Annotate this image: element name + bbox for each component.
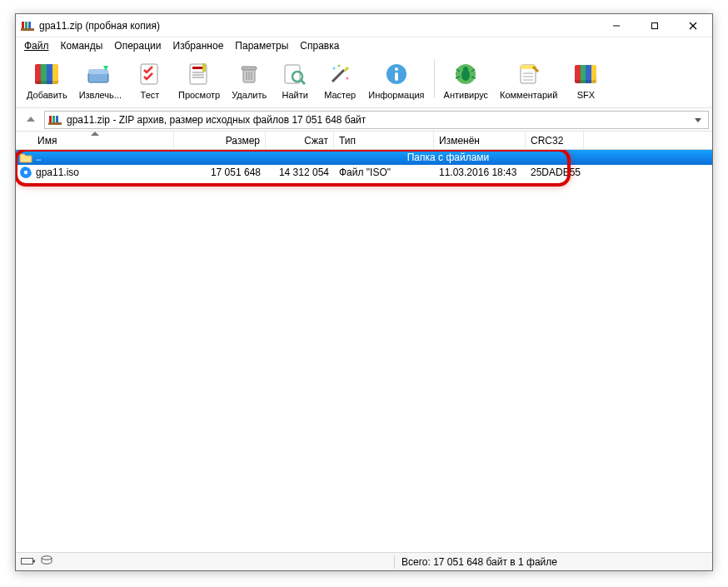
svg-rect-53 xyxy=(33,560,35,562)
disk-icon xyxy=(41,555,52,568)
toolbar: Добавить Извлечь... Тест Просмотр Удалит… xyxy=(16,54,712,108)
svg-rect-16 xyxy=(202,63,206,72)
menu-commands[interactable]: Команды xyxy=(56,38,108,53)
minimize-button[interactable] xyxy=(597,14,636,37)
row-crc: 25DADE55 xyxy=(526,167,584,178)
archive-icon xyxy=(48,113,62,127)
address-bar: gpa11.zip - ZIP архив, размер исходных ф… xyxy=(16,108,712,132)
wizard-button[interactable]: Мастер xyxy=(317,57,362,102)
column-packed[interactable]: Сжат xyxy=(266,132,334,149)
column-modified[interactable]: Изменён xyxy=(434,132,526,149)
trash-icon xyxy=(235,60,263,88)
column-headers: Имя Размер Сжат Тип Изменён CRC32 xyxy=(16,132,712,150)
column-name[interactable]: Имя xyxy=(16,132,174,149)
titlebar: gpa11.zip (пробная копия) xyxy=(16,14,712,37)
window-title: gpa11.zip (пробная копия) xyxy=(39,20,597,32)
file-row[interactable]: gpa11.iso 17 051 648 14 312 054 Файл "IS… xyxy=(16,165,712,180)
column-crc[interactable]: CRC32 xyxy=(526,132,584,149)
folder-up-icon xyxy=(19,151,32,164)
svg-rect-3 xyxy=(21,28,34,31)
svg-point-35 xyxy=(463,67,468,72)
svg-point-51 xyxy=(24,171,27,174)
svg-rect-12 xyxy=(192,67,204,69)
svg-rect-5 xyxy=(652,22,658,28)
address-dropdown-icon[interactable] xyxy=(691,116,705,124)
app-icon xyxy=(21,19,34,32)
svg-rect-10 xyxy=(141,64,157,84)
winrar-window: gpa11.zip (пробная копия) Файл Команды О… xyxy=(15,13,713,571)
row-type: Папка с файлами xyxy=(334,152,562,163)
row-name: gpa11.iso xyxy=(36,167,79,178)
info-icon xyxy=(382,60,411,88)
column-type[interactable]: Тип xyxy=(334,132,434,149)
status-total: Всего: 17 051 648 байт в 1 файле xyxy=(401,556,707,568)
file-list[interactable]: .. Папка с файлами gpa11.iso 17 051 648 … xyxy=(16,150,712,552)
menu-options[interactable]: Параметры xyxy=(230,38,293,53)
status-divider xyxy=(394,555,395,569)
row-type: Файл "ISO" xyxy=(334,167,434,178)
comment-button[interactable]: Комментарий xyxy=(494,57,563,102)
view-icon xyxy=(185,60,213,88)
extract-button[interactable]: Извлечь... xyxy=(73,57,127,102)
svg-point-29 xyxy=(338,65,341,67)
sfx-icon xyxy=(571,60,600,88)
up-button[interactable] xyxy=(19,110,42,130)
view-button[interactable]: Просмотр xyxy=(172,57,226,102)
menubar: Файл Команды Операции Избранное Параметр… xyxy=(16,37,712,54)
parent-folder-row[interactable]: .. Папка с файлами xyxy=(16,150,712,165)
find-button[interactable]: Найти xyxy=(272,57,317,102)
row-name: .. xyxy=(36,152,42,163)
search-icon xyxy=(281,60,309,88)
notepad-icon xyxy=(515,60,543,88)
svg-point-54 xyxy=(42,556,52,560)
address-field[interactable]: gpa11.zip - ZIP архив, размер исходных ф… xyxy=(44,111,709,129)
menu-file[interactable]: Файл xyxy=(19,38,54,53)
status-bar: Всего: 17 051 648 байт в 1 файле xyxy=(16,552,712,570)
iso-file-icon xyxy=(19,166,32,179)
books-plus-icon xyxy=(32,60,61,88)
row-packed: 14 312 054 xyxy=(266,167,334,178)
toolbar-separator xyxy=(434,59,435,97)
menu-operations[interactable]: Операции xyxy=(109,38,166,53)
sfx-button[interactable]: SFX xyxy=(563,57,608,102)
info-button[interactable]: Информация xyxy=(362,57,430,102)
extract-icon xyxy=(86,60,114,88)
svg-rect-32 xyxy=(395,72,398,81)
svg-rect-52 xyxy=(22,558,33,564)
address-text: gpa11.zip - ZIP архив, размер исходных ф… xyxy=(67,114,686,126)
svg-rect-9 xyxy=(88,69,108,74)
close-button[interactable] xyxy=(674,14,712,37)
svg-line-25 xyxy=(332,70,344,82)
battery-icon xyxy=(21,556,36,568)
svg-point-27 xyxy=(333,67,336,70)
column-filler xyxy=(584,132,712,149)
row-modified: 11.03.2016 18:43 xyxy=(434,167,526,178)
svg-rect-49 xyxy=(48,122,62,125)
maximize-button[interactable] xyxy=(636,14,674,37)
test-icon xyxy=(136,60,164,88)
bug-icon xyxy=(451,60,480,88)
menu-favorites[interactable]: Избранное xyxy=(168,38,229,53)
menu-help[interactable]: Справка xyxy=(295,38,344,53)
antivirus-button[interactable]: Антивирус xyxy=(438,57,494,102)
svg-rect-18 xyxy=(242,67,257,70)
svg-point-28 xyxy=(347,77,349,80)
svg-point-31 xyxy=(395,67,398,71)
add-button[interactable]: Добавить xyxy=(21,57,73,102)
column-size[interactable]: Размер xyxy=(174,132,266,149)
svg-line-24 xyxy=(301,80,305,84)
delete-button[interactable]: Удалить xyxy=(226,57,272,102)
wand-icon xyxy=(326,60,354,88)
test-button[interactable]: Тест xyxy=(127,57,172,102)
row-size: 17 051 648 xyxy=(174,167,266,178)
